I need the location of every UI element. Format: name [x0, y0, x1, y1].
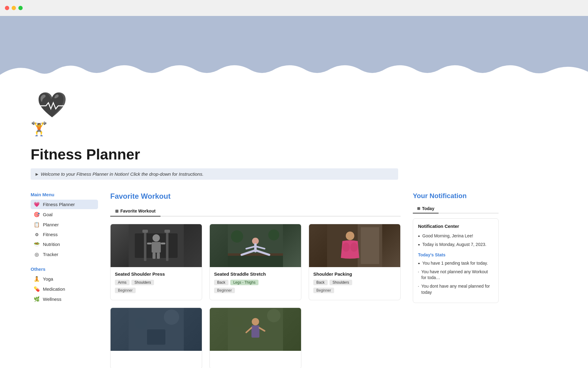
svg-rect-2: [144, 230, 146, 261]
svg-rect-9: [161, 243, 165, 244]
tab-grid-icon: ⊞: [115, 209, 119, 213]
yoga-icon: 🧘: [34, 276, 40, 282]
svg-rect-7: [152, 242, 161, 253]
sidebar-item-nutrition[interactable]: 🥗 Nutrition: [31, 240, 98, 249]
tag-legs-thighs: Legs - Thighs: [230, 280, 259, 285]
bullet-icon: ●: [418, 243, 420, 247]
workout-card-shoulder-packing[interactable]: Shoulder Packing Back Shoulders Beginner: [309, 224, 401, 300]
card-image-bottom-2: [210, 308, 301, 351]
tab-label: Favorite Workout: [120, 209, 156, 213]
favorite-workout-title: Favorite Workout: [110, 192, 401, 201]
card-image-straddle-stretch: [210, 224, 301, 267]
svg-rect-25: [361, 227, 379, 264]
tag-arms: Arms: [115, 280, 130, 285]
app-logo: 🖤 🏋: [31, 93, 80, 140]
planner-icon: 📋: [34, 222, 40, 228]
svg-rect-4: [142, 230, 148, 233]
svg-point-6: [153, 234, 160, 242]
maximize-button[interactable]: [18, 6, 23, 10]
main-menu-label: Main Menu: [31, 192, 98, 197]
tag-shoulders: Shoulders: [131, 280, 154, 285]
sidebar-item-tracker[interactable]: ◎ Tracker: [31, 250, 98, 259]
tag-back: Back: [313, 280, 328, 285]
logo-area: 🖤 🏋: [31, 93, 398, 140]
card-title: [214, 355, 297, 361]
svg-point-28: [350, 243, 358, 252]
svg-point-22: [268, 229, 279, 240]
svg-rect-5: [164, 230, 170, 233]
tab-favorite-workout[interactable]: ⊞ Favorite Workout: [110, 206, 160, 217]
header-banner: [0, 16, 588, 83]
sidebar-item-fitness-planner[interactable]: 💗 Fitness Planner: [31, 200, 98, 209]
pulse-icon: [40, 101, 70, 112]
nutrition-icon: 🥗: [34, 241, 40, 247]
card-title: [115, 355, 198, 361]
svg-rect-10: [153, 253, 156, 259]
svg-point-35: [232, 316, 243, 327]
notif-tab-label: Today: [422, 206, 434, 211]
svg-rect-32: [147, 329, 165, 345]
card-image-bottom-1: [111, 308, 202, 351]
date-text: Today is Monday, August 7, 2023.: [422, 242, 486, 248]
sidebar-item-label: Medication: [43, 286, 65, 292]
wellness-icon: 🌿: [34, 296, 40, 302]
workout-card-bottom-1[interactable]: [110, 308, 202, 368]
welcome-bar[interactable]: ▶ Welcome to your Fitness Planner in Not…: [31, 168, 398, 180]
welcome-text: Welcome to your Fitness Planner in Notio…: [41, 171, 204, 177]
tag-beginner: Beginner: [115, 288, 136, 293]
card-level-tags: Beginner: [115, 288, 198, 293]
card-title: Shoulder Packing: [313, 271, 396, 277]
svg-rect-11: [157, 253, 160, 259]
sidebar-item-label: Planner: [43, 222, 59, 227]
sidebar-item-medication[interactable]: 💊 Medication: [31, 284, 98, 294]
svg-rect-3: [166, 230, 168, 261]
svg-point-27: [342, 243, 350, 252]
card-image-shoulder-packing: [309, 224, 400, 267]
bullet-outline-icon: •: [418, 285, 419, 288]
stat-text: You have not planned any Workout for tod…: [421, 269, 493, 281]
workout-card-shoulder-press[interactable]: Seated Shoulder Press Arms Shoulders Beg…: [110, 224, 202, 300]
card-body-shoulder-packing: Shoulder Packing Back Shoulders Beginner: [309, 267, 400, 300]
notification-date: ● Today is Monday, August 7, 2023.: [418, 242, 493, 248]
sidebar-item-fitness[interactable]: ⚙ Fitness: [31, 230, 98, 239]
workout-cards-grid: Seated Shoulder Press Arms Shoulders Beg…: [110, 224, 401, 368]
sidebar-item-goal[interactable]: 🎯 Goal: [31, 210, 98, 219]
svg-point-30: [164, 309, 179, 325]
sidebar-item-planner[interactable]: 📋 Planner: [31, 220, 98, 229]
minimize-button[interactable]: [12, 6, 16, 10]
notification-tabs: ⊞ Today: [413, 204, 499, 213]
svg-point-36: [252, 318, 259, 325]
sidebar-item-yoga[interactable]: 🧘 Yoga: [31, 274, 98, 284]
stat-item-1: ● You have 1 pending task for today.: [418, 260, 493, 266]
sidebar-item-label: Nutrition: [43, 242, 60, 247]
sidebar-item-wellness[interactable]: 🌿 Wellness: [31, 294, 98, 304]
card-body-shoulder-press: Seated Shoulder Press Arms Shoulders Beg…: [111, 267, 202, 300]
workout-card-straddle-stretch[interactable]: Seated Straddle Stretch Back Legs - Thig…: [209, 224, 301, 300]
card-title: Seated Shoulder Press: [115, 271, 198, 277]
card-level-tags: Beginner: [214, 288, 297, 293]
svg-point-31: [135, 317, 147, 329]
dropdown-triangle: ▶: [36, 172, 38, 176]
page-content: 🖤 🏋 Fitness Planner ▶ Welcome to your Fi…: [0, 93, 429, 368]
fitness-icon: ⚙: [34, 232, 40, 237]
workout-card-bottom-2[interactable]: [209, 308, 301, 368]
close-button[interactable]: [5, 6, 9, 10]
medication-icon: 💊: [34, 286, 40, 292]
tab-grid-icon: ⊞: [417, 206, 420, 211]
sidebar-item-label: Yoga: [43, 276, 53, 282]
todays-stats-title: Today's Stats: [418, 252, 493, 257]
tag-beginner: Beginner: [214, 288, 235, 293]
fitness-planner-icon: 💗: [34, 201, 40, 207]
sidebar-item-label: Wellness: [43, 297, 62, 302]
card-level-tags: Beginner: [313, 288, 396, 293]
tab-today[interactable]: ⊞ Today: [413, 204, 439, 213]
others-section: Others 🧘 Yoga 💊 Medication 🌿 Wellness: [31, 266, 98, 304]
notification-card-title: Notification Center: [418, 224, 493, 229]
card-title: Seated Straddle Stretch: [214, 271, 297, 277]
card-tags: Back Legs - Thighs: [214, 280, 297, 285]
titlebar: [0, 0, 588, 16]
card-body-straddle-stretch: Seated Straddle Stretch Back Legs - Thig…: [210, 267, 301, 300]
page-title: Fitness Planner: [31, 146, 398, 163]
card-tags: Back Shoulders: [313, 280, 396, 285]
greeting-text: Good Morning, Jerina Lee!: [422, 233, 473, 239]
